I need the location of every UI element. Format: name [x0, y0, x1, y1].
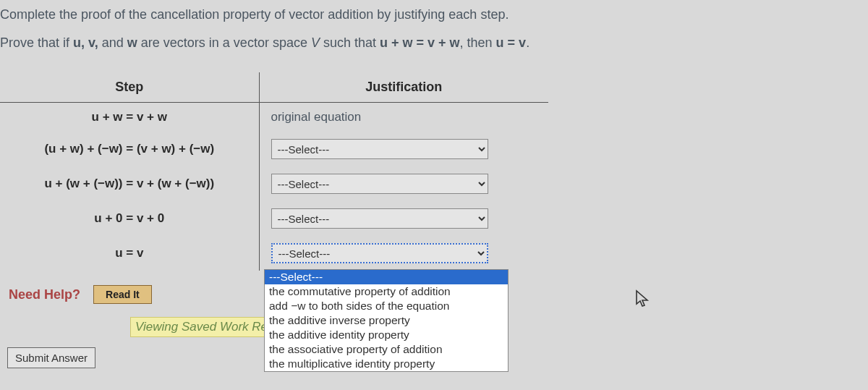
saved-work-notice: Viewing Saved Work Rev [130, 317, 279, 337]
step-3: u + 0 = v + 0 [0, 201, 259, 236]
table-row: u + 0 = v + 0 ---Select--- [0, 201, 548, 236]
dropdown-option[interactable]: add −w to both sides of the equation [265, 299, 508, 313]
prove-eq2: u = v [496, 35, 527, 50]
need-help-label: Need Help? [9, 287, 80, 302]
justify-select-4[interactable]: ---Select--- [271, 243, 488, 263]
table-row: u = v ---Select--- [0, 236, 548, 271]
prove-mid4: , then [460, 35, 496, 50]
prove-mid2: are vectors in a vector space [137, 35, 311, 50]
prove-mid1: and [98, 35, 127, 50]
cursor-icon [635, 289, 650, 313]
table-row: u + w = v + w original equation [0, 103, 548, 132]
prove-mid3: such that [320, 35, 380, 50]
step-0: u + w = v + w [0, 103, 259, 132]
dropdown-listbox[interactable]: ---Select--- the commutative property of… [264, 269, 509, 372]
justify-select-3[interactable]: ---Select--- [271, 208, 488, 229]
step-4: u = v [0, 236, 259, 271]
table-row: u + (w + (−w)) = v + (w + (−w)) ---Selec… [0, 166, 548, 201]
just-0: original equation [259, 103, 548, 132]
prove-statement: Prove that if u, v, and w are vectors in… [0, 24, 868, 52]
justify-select-1[interactable]: ---Select--- [271, 139, 488, 159]
table-row: (u + w) + (−w) = (v + w) + (−w) ---Selec… [0, 132, 548, 166]
question-text: Complete the proof of the cancellation p… [0, 0, 868, 24]
dropdown-option[interactable]: the additive inverse property [265, 313, 508, 328]
step-2: u + (w + (−w)) = v + (w + (−w)) [0, 166, 259, 201]
dropdown-option[interactable]: the commutative property of addition [265, 284, 508, 299]
prove-w: w [127, 35, 137, 50]
prove-eq1: u + w = v + w [380, 35, 460, 50]
dropdown-option[interactable]: the additive identity property [265, 328, 508, 342]
dropdown-option[interactable]: the associative property of addition [265, 342, 508, 357]
prove-uv: u, v, [73, 35, 98, 50]
prove-prefix: Prove that if [0, 35, 73, 50]
dropdown-option[interactable]: the multiplicative identity property [265, 357, 508, 371]
read-it-button[interactable]: Read It [93, 285, 152, 304]
dropdown-option[interactable]: ---Select--- [265, 270, 508, 284]
header-step: Step [0, 72, 259, 103]
step-1: (u + w) + (−w) = (v + w) + (−w) [0, 132, 259, 166]
justify-select-2[interactable]: ---Select--- [271, 174, 488, 194]
submit-answer-button[interactable]: Submit Answer [7, 347, 95, 368]
prove-end: . [526, 35, 529, 50]
proof-table: Step Justification u + w = v + w origina… [0, 72, 548, 271]
prove-V: V [311, 35, 320, 50]
header-justification: Justification [259, 72, 548, 103]
